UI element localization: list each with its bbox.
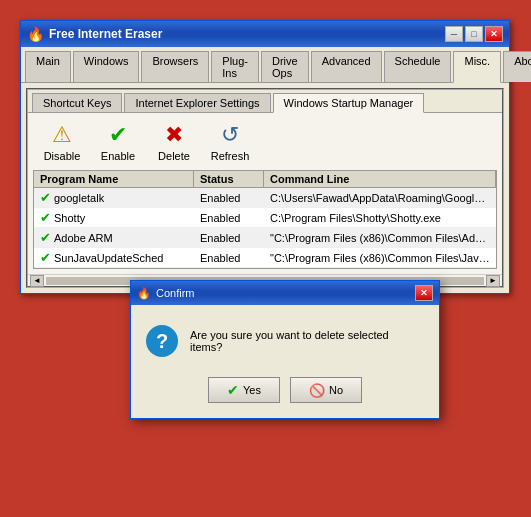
dialog-overlay: 🔥 Confirm ✕ ? Are you sure you want to d…	[0, 0, 531, 517]
no-label: No	[329, 384, 343, 396]
yes-button[interactable]: ✔ Yes	[208, 377, 280, 403]
no-button[interactable]: 🚫 No	[290, 377, 362, 403]
no-icon: 🚫	[309, 383, 325, 398]
question-icon: ?	[146, 325, 178, 357]
dialog-message: Are you sure you want to delete selected…	[190, 329, 424, 353]
dialog-close-button[interactable]: ✕	[415, 285, 433, 301]
dialog-title-text: Confirm	[156, 287, 195, 299]
confirm-dialog: 🔥 Confirm ✕ ? Are you sure you want to d…	[130, 280, 440, 419]
yes-icon: ✔	[227, 382, 239, 398]
dialog-title-left: 🔥 Confirm	[137, 287, 195, 300]
dialog-buttons: ✔ Yes 🚫 No	[131, 372, 439, 418]
dialog-body: ? Are you sure you want to delete select…	[131, 305, 439, 372]
dialog-title-icon: 🔥	[137, 287, 151, 300]
tab-misc[interactable]: Misc.	[453, 51, 501, 83]
yes-label: Yes	[243, 384, 261, 396]
dialog-title-bar: 🔥 Confirm ✕	[131, 281, 439, 305]
